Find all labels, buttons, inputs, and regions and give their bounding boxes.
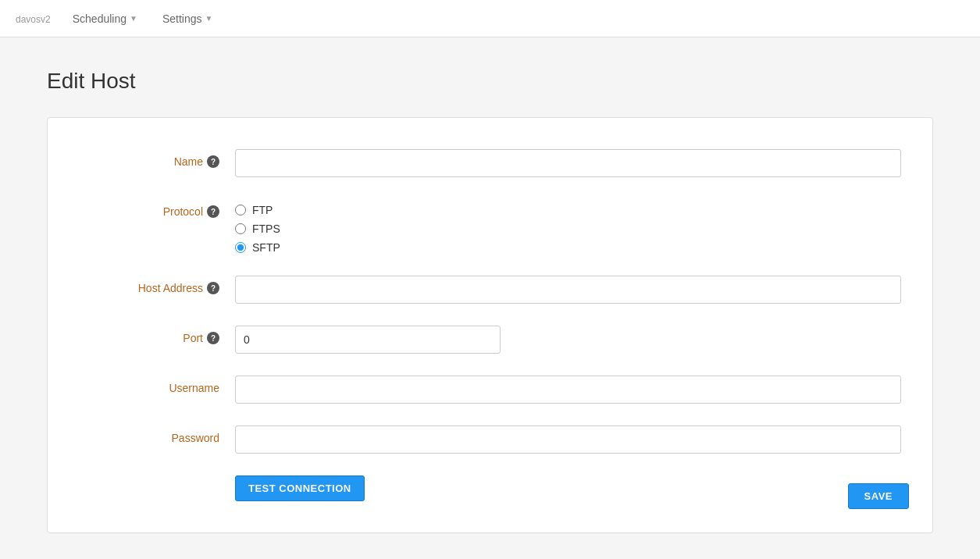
protocol-ftp-label: FTP (252, 204, 273, 216)
page-title: Edit Host (47, 69, 933, 94)
protocol-ftp-option[interactable]: FTP (235, 204, 901, 216)
protocol-sftp-option[interactable]: SFTP (235, 241, 901, 254)
password-label: Password (79, 425, 235, 444)
protocol-options: FTP FTPS SFTP (235, 199, 901, 254)
nav-scheduling-arrow: ▼ (130, 14, 137, 23)
port-control (235, 326, 901, 354)
brand-logo[interactable]: davosv2 (16, 10, 51, 27)
name-label: Name ? (79, 149, 235, 168)
nav-settings-label: Settings (162, 12, 202, 25)
protocol-ftps-option[interactable]: FTPS (235, 223, 901, 235)
name-row: Name ? (79, 149, 901, 177)
username-row: Username (79, 376, 901, 404)
password-control (235, 425, 901, 454)
protocol-ftps-radio[interactable] (235, 223, 246, 234)
brand-version: v2 (41, 14, 51, 25)
page-content: Edit Host Name ? Protocol ? FTP (0, 37, 980, 559)
host-address-label: Host Address ? (79, 276, 235, 294)
name-input[interactable] (235, 149, 901, 177)
nav-settings-arrow: ▼ (205, 14, 213, 23)
form-card: Name ? Protocol ? FTP FTPS (47, 117, 933, 533)
test-connection-wrap: TEST CONNECTION (235, 475, 901, 501)
name-control (235, 149, 901, 177)
port-label: Port ? (79, 326, 235, 344)
username-control (235, 376, 901, 404)
host-address-help-icon[interactable]: ? (207, 282, 219, 294)
brand-name: davos (16, 14, 41, 25)
protocol-sftp-radio[interactable] (235, 242, 246, 253)
save-button[interactable]: SAVE (848, 483, 909, 509)
nav-settings[interactable]: Settings ▼ (159, 0, 216, 37)
port-input[interactable] (235, 326, 501, 354)
protocol-ftp-radio[interactable] (235, 205, 246, 215)
protocol-help-icon[interactable]: ? (207, 205, 219, 218)
port-row: Port ? (79, 326, 901, 354)
host-address-input[interactable] (235, 276, 901, 304)
navbar: davosv2 Scheduling ▼ Settings ▼ (0, 0, 980, 37)
test-connection-button[interactable]: TEST CONNECTION (235, 475, 365, 501)
host-address-control (235, 276, 901, 304)
password-input[interactable] (235, 425, 901, 454)
nav-scheduling[interactable]: Scheduling ▼ (69, 0, 141, 37)
protocol-ftps-label: FTPS (252, 223, 280, 235)
protocol-label: Protocol ? (79, 199, 235, 218)
host-address-row: Host Address ? (79, 276, 901, 304)
password-row: Password (79, 425, 901, 454)
test-connection-row: TEST CONNECTION (79, 475, 901, 501)
protocol-sftp-label: SFTP (252, 241, 280, 254)
name-help-icon[interactable]: ? (207, 155, 219, 168)
username-input[interactable] (235, 376, 901, 404)
protocol-row: Protocol ? FTP FTPS SFTP (79, 199, 901, 254)
username-label: Username (79, 376, 235, 394)
nav-scheduling-label: Scheduling (73, 12, 127, 25)
port-help-icon[interactable]: ? (207, 332, 219, 344)
